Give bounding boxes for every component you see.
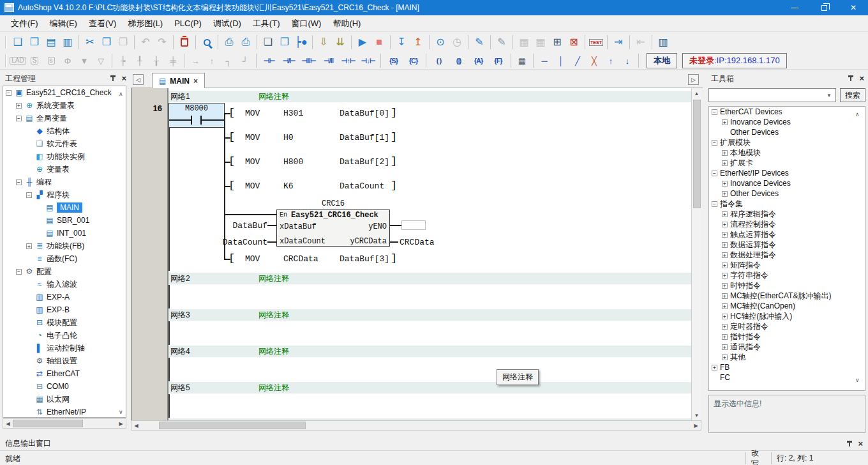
tree-item-定时器指令[interactable]: +定时器指令 — [709, 321, 865, 332]
tree-item-EXP-A[interactable]: ▥EXP-A — [3, 291, 126, 303]
expand-icon[interactable]: + — [722, 303, 728, 309]
tree-scroll-down-icon[interactable]: ∨ — [119, 409, 123, 415]
menu-h[interactable]: 帮助(H) — [327, 15, 366, 32]
crc16-function-block[interactable]: En Easy521_CRC16_Check xDataBuf yENO xDa… — [276, 210, 390, 247]
tree-item-以太网[interactable]: ▦以太网 — [3, 393, 126, 406]
io-panel-icon[interactable]: ▥ — [655, 34, 671, 50]
close-button[interactable]: ✕ — [839, 0, 868, 15]
menu-w[interactable]: 窗口(W) — [285, 15, 327, 32]
print-preview-icon[interactable]: ⎙ — [221, 34, 237, 50]
rising-contact-icon[interactable]: ⊣↑⊢ — [338, 54, 358, 68]
h-line-icon[interactable]: ─ — [536, 54, 553, 68]
reset-coil-icon[interactable]: {C} — [403, 54, 423, 68]
expand-icon[interactable]: + — [722, 191, 728, 197]
tree-item-HC轴控-脉冲输入-[interactable]: +HC轴控(脉冲输入) — [709, 311, 865, 321]
editor-hscrollbar[interactable]: ◀ ▶ — [131, 420, 701, 431]
expand-icon[interactable]: + — [722, 314, 728, 319]
edit-doc-icon[interactable]: ✎ — [493, 34, 510, 50]
cut-icon[interactable]: ✂ — [82, 34, 98, 50]
instruction-op[interactable]: MOV — [245, 181, 260, 191]
new-file-icon[interactable]: ❑ — [10, 34, 26, 50]
tree-item-流程控制指令[interactable]: +流程控制指令 — [709, 219, 865, 229]
tree-item-Inovance-Devices[interactable]: +Inovance Devices — [709, 117, 865, 127]
rung-mov-5[interactable]: [MOVCRCDataDataBuf[3]] — [168, 254, 691, 264]
expand-icon[interactable]: + — [722, 181, 728, 187]
tree-item-INT-001[interactable]: ▤INT_001 — [3, 227, 126, 240]
copy-icon[interactable]: ❐ — [98, 34, 115, 50]
tree-item-字符串指令[interactable]: +字符串指令 — [709, 270, 865, 280]
expand-icon[interactable]: + — [722, 334, 728, 340]
tree-item-功能块实例[interactable]: ◧功能块实例 — [3, 150, 126, 163]
network-header[interactable]: 网络4网络注释 — [168, 346, 691, 358]
tree-item-MC轴控-CanOpen-[interactable]: +MC轴控(CanOpen) — [709, 301, 865, 311]
chevron-down-icon[interactable]: ▼ — [827, 93, 832, 98]
collapse-icon[interactable]: − — [16, 179, 22, 185]
network-comment[interactable]: 网络注释 — [258, 383, 289, 393]
tree-scroll-up-icon[interactable]: ∧ — [119, 91, 123, 97]
rung-mov-1[interactable]: [MOVH301DataBuf[0]] — [168, 109, 691, 119]
tree-item-EtherNet-IP-Devices[interactable]: −EtherNet/IP Devices — [709, 168, 865, 178]
scroll-down-icon[interactable]: ▼ — [692, 411, 701, 420]
rung-mov-3[interactable]: [MOVH800DataBuf[2]] — [168, 157, 691, 167]
scroll-thumb[interactable] — [159, 422, 306, 429]
v-line-icon[interactable]: │ — [553, 54, 569, 68]
expand-icon[interactable]: + — [722, 252, 728, 258]
expand-icon[interactable]: + — [722, 283, 728, 289]
tab-main[interactable]: ▤ MAIN × — [152, 73, 205, 88]
tree-item-Other-Devices[interactable]: Other Devices — [709, 127, 865, 137]
tree-item-数据运算指令[interactable]: +数据运算指令 — [709, 240, 865, 250]
monitor-cam-icon[interactable]: ⊙ — [432, 34, 449, 50]
scroll-left-icon[interactable]: ◀ — [3, 419, 13, 428]
tree-item-MAIN[interactable]: ▤MAIN — [3, 201, 126, 214]
tree-item-FB[interactable]: +FB — [709, 362, 865, 372]
download-icon[interactable]: ↧ — [393, 34, 410, 50]
menu-f[interactable]: 文件(F) — [5, 15, 44, 32]
falling-contact-icon[interactable]: ⊣↓⊢ — [358, 54, 378, 68]
cascade-windows-icon[interactable]: ❏ — [260, 34, 276, 50]
instruction-dst[interactable]: DataBuf[2] — [340, 157, 389, 167]
tree-item-指针指令[interactable]: +指针指令 — [709, 332, 865, 342]
instruction-dst[interactable]: DataCount — [340, 181, 384, 191]
expand-icon[interactable]: + — [722, 344, 728, 350]
block-input-operand[interactable]: DataBuf — [229, 221, 267, 231]
open-folder-icon[interactable]: ❒ — [26, 34, 43, 50]
tree-item-EtherCAT-Devices[interactable]: −EtherCAT Devices — [709, 107, 865, 117]
instruction-op[interactable]: MOV — [245, 109, 260, 118]
line-up-icon[interactable]: ↑ — [602, 54, 619, 68]
save-icon[interactable]: ▤ — [43, 34, 59, 50]
collapse-icon[interactable]: − — [26, 192, 32, 198]
tab-close-icon[interactable]: × — [193, 77, 198, 86]
expand-icon[interactable]: + — [722, 160, 728, 166]
tree-item-扩展模块[interactable]: −扩展模块 — [709, 137, 865, 148]
scroll-thumb[interactable] — [693, 100, 701, 208]
parallel-nc-contact-icon[interactable]: ⊣/‖ — [318, 54, 338, 68]
expand-icon[interactable]: + — [722, 293, 728, 299]
expand-icon[interactable]: + — [722, 119, 728, 125]
tab-scroll-left-button[interactable]: ◁ — [133, 74, 144, 85]
project-hscrollbar[interactable]: ◀ ▶ — [3, 418, 126, 429]
scroll-left-icon[interactable]: ◀ — [131, 421, 141, 430]
menu-plcp[interactable]: PLC(P) — [168, 16, 207, 31]
tree-scroll-down-icon[interactable]: ∨ — [855, 377, 860, 383]
print-icon[interactable]: ⎙ — [237, 34, 254, 50]
scroll-right-icon[interactable]: ▶ — [116, 419, 126, 428]
expand-icon[interactable]: + — [722, 222, 728, 227]
editor-vscrollbar[interactable]: ▲ ▼ — [691, 88, 701, 420]
tree-item-程序逻辑指令[interactable]: +程序逻辑指令 — [709, 209, 865, 219]
collapse-icon[interactable]: − — [712, 109, 717, 115]
tree-item-MC轴控-EtherCAT-脉冲输出-[interactable]: +MC轴控(EtherCAT&脉冲输出) — [709, 291, 865, 301]
tree-item-配置[interactable]: −⚙配置 — [3, 265, 126, 278]
delete-icon[interactable] — [176, 34, 193, 50]
write-edit-icon[interactable]: ✎ — [471, 34, 488, 50]
tree-item-模块配置[interactable]: ⊟模块配置 — [3, 316, 126, 329]
menu-e[interactable]: 编辑(E) — [44, 15, 83, 32]
instruction-src[interactable]: CRCData — [283, 254, 318, 264]
instruction-op[interactable]: MOV — [245, 157, 260, 167]
tree-item-EXP-B[interactable]: ▥EXP-B — [3, 303, 126, 316]
line-down-icon[interactable]: ↓ — [619, 54, 636, 68]
expand-icon[interactable]: + — [712, 365, 717, 370]
tree-item-全局变量[interactable]: −▤全局变量 — [3, 112, 126, 125]
collapse-icon[interactable]: − — [16, 269, 22, 275]
delete-row-icon[interactable]: ⊠ — [565, 34, 582, 50]
delete-line-icon[interactable]: ╳ — [586, 54, 602, 68]
